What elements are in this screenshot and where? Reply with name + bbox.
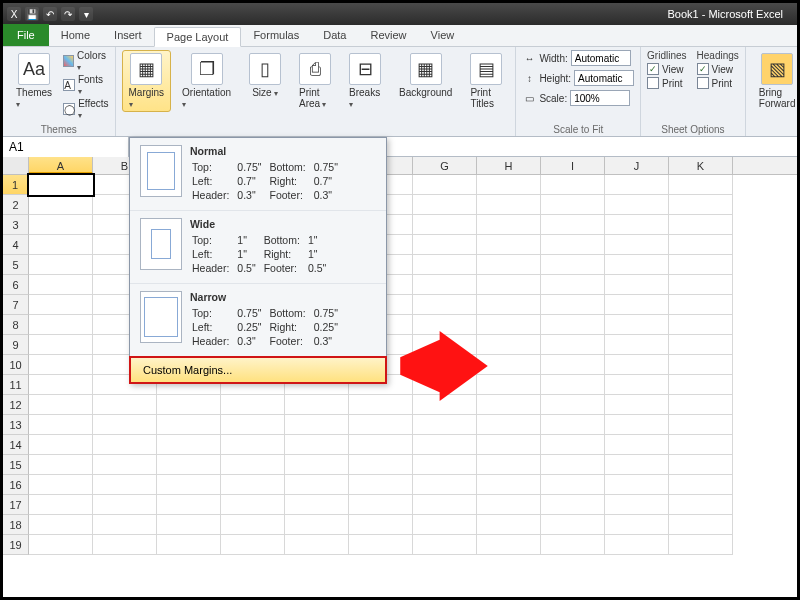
tab-formulas[interactable]: Formulas [241,26,311,46]
orientation-button[interactable]: ❐Orientation [175,50,238,112]
margin-preview-icon [140,145,182,197]
row-header[interactable]: 7 [3,295,29,315]
gridlines-print-checkbox[interactable]: Print [647,77,686,89]
scale-input[interactable] [570,90,630,106]
margin-preview-icon [140,291,182,343]
print-area-button[interactable]: ⎙Print Area [292,50,338,112]
colors-icon [63,55,74,67]
effects-button[interactable]: ◯Effects [63,98,108,120]
row-header[interactable]: 1 [3,175,29,195]
row-header[interactable]: 6 [3,275,29,295]
themes-button[interactable]: Aa Themes [9,50,59,112]
row-header[interactable]: 3 [3,215,29,235]
group-arrange: ▧Bring Forward [746,47,800,136]
row-header[interactable]: 8 [3,315,29,335]
row-header[interactable]: 13 [3,415,29,435]
tab-page-layout[interactable]: Page Layout [154,27,242,47]
redo-icon[interactable]: ↷ [61,7,75,21]
row-header[interactable]: 15 [3,455,29,475]
column-header[interactable]: I [541,157,605,174]
gridlines-print-label: Print [662,78,683,89]
margin-option-text: WideTop:1"Bottom:1"Left:1"Right:1"Header… [190,218,334,276]
group-scale-to-fit: ↔Width: ↕Height: ▭Scale: Scale to Fit [515,47,641,136]
column-header[interactable]: A [29,157,93,174]
group-page-setup: ▦Margins ❐Orientation ▯Size ⎙Print Area … [116,47,516,136]
background-button[interactable]: ▦Background [392,50,459,101]
excel-icon: X [7,7,21,21]
headings-print-checkbox[interactable]: Print [697,77,739,89]
column-headers: ABCDEFGHIJK [3,157,797,175]
qat-dropdown-icon[interactable]: ▾ [79,7,93,21]
width-input[interactable] [571,50,631,66]
breaks-button[interactable]: ⊟Breaks [342,50,388,112]
print-titles-button[interactable]: ▤Print Titles [463,50,509,112]
row-header[interactable]: 16 [3,475,29,495]
margins-dropdown: NormalTop:0.75"Bottom:0.75"Left:0.7"Righ… [129,137,387,384]
height-label: Height: [539,73,571,84]
headings-view-label: View [712,64,734,75]
group-themes: Aa Themes Colors AFonts ◯Effects Themes [3,47,116,136]
ribbon: Aa Themes Colors AFonts ◯Effects Themes … [3,47,797,137]
fonts-button[interactable]: AFonts [63,74,108,96]
bring-forward-button[interactable]: ▧Bring Forward [752,50,800,112]
svg-marker-0 [400,331,488,401]
tab-view[interactable]: View [419,26,467,46]
row-header[interactable]: 10 [3,355,29,375]
row-header[interactable]: 12 [3,395,29,415]
file-tab[interactable]: File [3,24,49,46]
size-label: Size [252,87,278,98]
background-icon: ▦ [410,53,442,85]
fonts-icon: A [63,79,75,91]
width-label: Width: [539,53,567,64]
row-header[interactable]: 4 [3,235,29,255]
column-header[interactable]: J [605,157,669,174]
annotation-arrow [399,331,489,401]
colors-label: Colors [77,50,108,72]
title-bar: X 💾 ↶ ↷ ▾ Book1 - Microsoft Excel [3,3,797,25]
orientation-icon: ❐ [191,53,223,85]
tab-data[interactable]: Data [311,26,358,46]
name-box[interactable]: A1 [3,137,129,157]
themes-icon: Aa [18,53,50,85]
save-icon[interactable]: 💾 [25,7,39,21]
margin-preview-icon [140,218,182,270]
row-header[interactable]: 9 [3,335,29,355]
row-header[interactable]: 14 [3,435,29,455]
scale-label: Scale: [539,93,567,104]
undo-icon[interactable]: ↶ [43,7,57,21]
row-header[interactable]: 18 [3,515,29,535]
row-header[interactable]: 2 [3,195,29,215]
gridlines-view-label: View [662,64,684,75]
margins-option-narrow[interactable]: NarrowTop:0.75"Bottom:0.75"Left:0.25"Rig… [130,284,386,357]
headings-view-checkbox[interactable]: View [697,63,739,75]
gridlines-view-checkbox[interactable]: View [647,63,686,75]
column-header[interactable]: K [669,157,733,174]
height-input[interactable] [574,70,634,86]
orientation-label: Orientation [182,87,231,109]
effects-label: Effects [78,98,108,120]
row-header[interactable]: 5 [3,255,29,275]
tab-insert[interactable]: Insert [102,26,154,46]
width-icon: ↔ [522,53,536,64]
colors-button[interactable]: Colors [63,50,108,72]
row-header[interactable]: 19 [3,535,29,555]
ribbon-tabs: File HomeInsertPage LayoutFormulasDataRe… [3,25,797,47]
group-title-themes: Themes [9,123,109,135]
tab-home[interactable]: Home [49,26,102,46]
column-header[interactable]: H [477,157,541,174]
row-header[interactable]: 11 [3,375,29,395]
custom-margins-button[interactable]: Custom Margins... [129,356,387,384]
margins-option-wide[interactable]: WideTop:1"Bottom:1"Left:1"Right:1"Header… [130,211,386,284]
print-area-label: Print Area [299,87,331,109]
tab-review[interactable]: Review [358,26,418,46]
row-header[interactable]: 17 [3,495,29,515]
breaks-label: Breaks [349,87,381,109]
column-header[interactable]: G [413,157,477,174]
worksheet-grid[interactable]: ABCDEFGHIJK 1234567891011121314151617181… [3,157,797,175]
background-label: Background [399,87,452,98]
size-button[interactable]: ▯Size [242,50,288,101]
select-all-corner[interactable] [3,157,29,174]
margins-button[interactable]: ▦Margins [122,50,172,112]
margins-option-normal[interactable]: NormalTop:0.75"Bottom:0.75"Left:0.7"Righ… [130,138,386,211]
selected-cell[interactable] [29,175,93,195]
